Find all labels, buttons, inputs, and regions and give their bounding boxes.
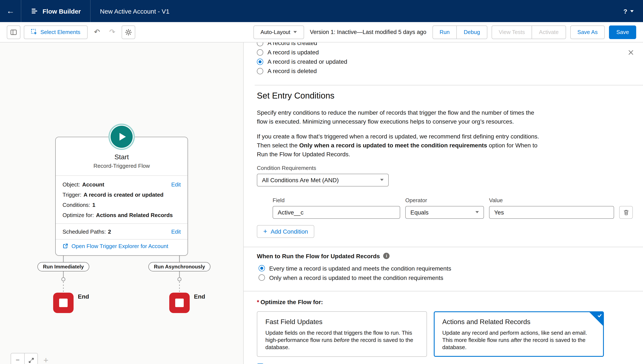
select-elements-button[interactable]: Select Elements: [24, 25, 88, 39]
zoom-button-group: −: [11, 353, 38, 364]
optimize-value: Actions and Related Records: [96, 212, 173, 218]
undo-icon: ↶: [94, 28, 100, 36]
gear-icon: [125, 29, 132, 36]
back-button[interactable]: ←: [0, 0, 21, 22]
run-immediately-path-label[interactable]: Run Immediately: [38, 262, 89, 272]
radio-icon[interactable]: [259, 274, 265, 281]
section-divider: [244, 291, 643, 291]
object-label: Object:: [63, 181, 80, 188]
chevron-down-icon: [293, 31, 297, 33]
chevron-down-icon: [630, 10, 634, 12]
app-brand: Flow Builder: [21, 0, 91, 22]
external-link-icon: [63, 243, 68, 249]
trigger-option-deleted[interactable]: A record is deleted: [257, 66, 633, 76]
when-option-only-when[interactable]: Only when a record is updated to meet th…: [259, 273, 633, 282]
start-node[interactable]: [111, 126, 133, 148]
help-icon: ?: [623, 8, 627, 15]
radio-selected-icon[interactable]: [257, 58, 263, 65]
end-icon: [59, 298, 68, 307]
card-title: Actions and Related Records: [442, 317, 595, 326]
card-body: Update any record and perform actions, l…: [442, 329, 595, 350]
add-condition-label: Add Condition: [271, 228, 308, 235]
value-label: Value: [489, 197, 614, 204]
option-card-fast-field-updates[interactable]: Fast Field Updates Update fields on the …: [257, 311, 427, 356]
flow-trigger-explorer-link[interactable]: Open Flow Trigger Explorer for Account: [71, 243, 168, 249]
when-option-label: Only when a record is updated to meet th…: [269, 274, 443, 281]
plus-icon: +: [263, 228, 267, 235]
conditions-row: Conditions: 1: [63, 200, 181, 210]
sidebar-toggle-icon: [10, 29, 17, 36]
trigger-row: Trigger: A record is created or updated: [63, 190, 181, 200]
save-as-button[interactable]: Save As: [570, 25, 605, 39]
layout-dropdown-label: Auto-Layout: [261, 29, 290, 35]
info-icon[interactable]: i: [383, 253, 390, 259]
help-menu[interactable]: ?: [623, 8, 634, 15]
operator-value: Equals: [410, 209, 429, 216]
section-divider: [244, 246, 643, 247]
section-divider: [255, 85, 643, 85]
app-header: ← Flow Builder New Active Account - V1 ?: [0, 0, 643, 22]
value-input[interactable]: [489, 206, 614, 218]
save-button[interactable]: Save: [609, 25, 636, 39]
end-icon: [175, 298, 184, 307]
add-condition-button[interactable]: + Add Condition: [257, 225, 314, 238]
edit-scheduled-paths-link[interactable]: Edit: [171, 228, 181, 235]
zoom-out-button[interactable]: −: [11, 354, 24, 364]
flow-settings-button[interactable]: [122, 25, 135, 39]
recommendation-bold: Only when a record is updated to meet th…: [299, 142, 487, 148]
trigger-option-label: A record is deleted: [268, 68, 317, 74]
optimize-label: Optimize for:: [63, 212, 94, 218]
view-tests-button[interactable]: View Tests: [491, 25, 532, 39]
trigger-value: A record is created or updated: [84, 191, 163, 198]
flow-canvas[interactable]: Start Record-Triggered Flow Object: Acco…: [0, 42, 243, 364]
radio-icon[interactable]: [257, 68, 263, 74]
trigger-option-label: A record is updated: [268, 49, 319, 56]
when-option-label: Every time a record is updated and meets…: [269, 265, 451, 272]
zoom-in-button[interactable]: +: [40, 354, 52, 364]
condition-operator-column: Operator Equals: [405, 197, 484, 218]
option-card-actions-related-records[interactable]: Actions and Related Records Update any r…: [434, 311, 604, 356]
flow-builder-app: ← Flow Builder New Active Account - V1 ?: [0, 0, 643, 364]
trigger-option-updated[interactable]: A record is updated: [257, 48, 633, 57]
when-to-run-heading-row: When to Run the Flow for Updated Records…: [257, 252, 633, 259]
radio-icon[interactable]: [257, 49, 263, 56]
trigger-option-label: A record is created or updated: [268, 58, 347, 65]
trigger-option-created[interactable]: A record is created: [257, 42, 633, 48]
trigger-option-label: A record is created: [268, 42, 317, 46]
start-card-rows: Object: Account Edit Trigger: A record i…: [56, 176, 187, 224]
operator-dropdown[interactable]: Equals: [405, 206, 484, 218]
check-icon: [597, 313, 602, 318]
plus-icon: +: [43, 355, 48, 364]
fit-to-view-button[interactable]: [24, 354, 38, 364]
start-card[interactable]: Start Record-Triggered Flow Object: Acco…: [55, 137, 188, 256]
entry-conditions-description: Specify entry conditions to reduce the n…: [257, 108, 546, 126]
run-asynchronously-path-label[interactable]: Run Asynchronously: [148, 262, 210, 272]
edit-object-link[interactable]: Edit: [171, 181, 181, 188]
app-name: Flow Builder: [43, 8, 81, 15]
version-status: Version 1: Inactive—Last modified 5 days…: [310, 29, 426, 35]
end-node-async[interactable]: [169, 293, 190, 313]
delete-condition-button[interactable]: [619, 206, 633, 218]
condition-requirements-value: All Conditions Are Met (AND): [262, 176, 339, 183]
toggle-panel-button[interactable]: [7, 25, 21, 39]
condition-value-column: Value: [489, 197, 614, 218]
flow-builder-icon: [31, 7, 38, 15]
condition-requirements-dropdown[interactable]: All Conditions Are Met (AND): [257, 174, 389, 186]
conditions-label: Conditions:: [63, 202, 90, 208]
field-input[interactable]: [273, 206, 400, 218]
end-node-immediate[interactable]: [53, 293, 74, 313]
activate-button[interactable]: Activate: [532, 25, 566, 39]
end-label-async: End: [194, 293, 205, 300]
undo-button[interactable]: ↶: [91, 26, 103, 38]
radio-selected-icon[interactable]: [259, 265, 265, 272]
run-button[interactable]: Run: [432, 25, 457, 39]
debug-button[interactable]: Debug: [457, 25, 487, 39]
trigger-explorer-row: Open Flow Trigger Explorer for Account: [56, 239, 187, 253]
when-option-every-time[interactable]: Every time a record is updated and meets…: [259, 264, 633, 272]
trigger-option-created-or-updated[interactable]: A record is created or updated: [257, 57, 633, 66]
redo-button[interactable]: ↷: [106, 26, 118, 38]
radio-icon[interactable]: [257, 42, 263, 46]
layout-dropdown[interactable]: Auto-Layout: [253, 25, 304, 39]
close-panel-button[interactable]: [626, 48, 635, 57]
fit-view-icon: [28, 358, 34, 363]
